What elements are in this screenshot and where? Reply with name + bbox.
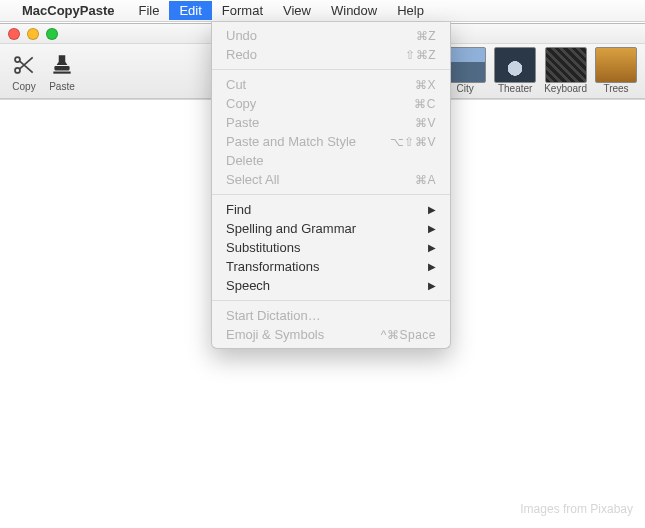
menu-item-label: Undo	[226, 28, 257, 43]
menu-item-label: Cut	[226, 77, 246, 92]
menu-item-label: Spelling and Grammar	[226, 221, 356, 236]
menu-item-label: Delete	[226, 153, 264, 168]
paste-button[interactable]: Paste	[48, 51, 76, 92]
menu-item-select-all: Select All⌘A	[212, 170, 450, 189]
stamp-icon	[48, 51, 76, 79]
toolbar-label: Paste	[49, 81, 75, 92]
menu-item-label: Copy	[226, 96, 256, 111]
menu-item-label: Select All	[226, 172, 279, 187]
menu-item-undo: Undo⌘Z	[212, 26, 450, 45]
close-icon[interactable]	[8, 28, 20, 40]
thumb-theater[interactable]: Theater	[494, 47, 536, 94]
menu-window[interactable]: Window	[321, 1, 387, 20]
menubar: MacCopyPaste FileEditFormatViewWindowHel…	[0, 0, 645, 22]
shortcut-label: ⌘A	[415, 173, 436, 187]
submenu-arrow-icon: ▶	[428, 204, 436, 215]
thumb-label: Keyboard	[544, 83, 587, 94]
svg-point-1	[15, 67, 20, 72]
menu-item-label: Speech	[226, 278, 270, 293]
thumbnail-strip: CityTheaterKeyboardTrees	[444, 47, 637, 94]
svg-point-0	[15, 57, 20, 62]
menu-item-cut: Cut⌘X	[212, 75, 450, 94]
menu-file[interactable]: File	[128, 1, 169, 20]
menu-item-spelling-and-grammar[interactable]: Spelling and Grammar▶	[212, 219, 450, 238]
thumb-label: Theater	[498, 83, 532, 94]
submenu-arrow-icon: ▶	[428, 261, 436, 272]
watermark: Images from Pixabay	[520, 502, 633, 516]
thumb-image	[494, 47, 536, 83]
menu-item-label: Transformations	[226, 259, 319, 274]
menu-item-label: Find	[226, 202, 251, 217]
menu-view[interactable]: View	[273, 1, 321, 20]
shortcut-label: ⌘Z	[416, 29, 436, 43]
thumb-keyboard[interactable]: Keyboard	[544, 47, 587, 94]
menu-format[interactable]: Format	[212, 1, 273, 20]
menu-item-start-dictation: Start Dictation…	[212, 306, 450, 325]
shortcut-label: ⌘X	[415, 78, 436, 92]
svg-rect-3	[53, 71, 70, 73]
shortcut-label: ⌘C	[414, 97, 436, 111]
scissors-icon	[10, 51, 38, 79]
edit-menu-dropdown: Undo⌘ZRedo⇧⌘ZCut⌘XCopy⌘CPaste⌘VPaste and…	[211, 22, 451, 349]
minimize-icon[interactable]	[27, 28, 39, 40]
thumb-image	[545, 47, 587, 83]
shortcut-label: ⇧⌘Z	[405, 48, 436, 62]
submenu-arrow-icon: ▶	[428, 280, 436, 291]
menu-item-label: Substitutions	[226, 240, 300, 255]
shortcut-label: ⌘V	[415, 116, 436, 130]
menu-item-find[interactable]: Find▶	[212, 200, 450, 219]
menu-item-emoji-symbols: Emoji & Symbols^⌘Space	[212, 325, 450, 344]
menu-item-label: Paste	[226, 115, 259, 130]
svg-rect-2	[54, 66, 69, 70]
thumb-image	[595, 47, 637, 83]
shortcut-label: ⌥⇧⌘V	[390, 135, 436, 149]
menu-help[interactable]: Help	[387, 1, 434, 20]
menu-item-speech[interactable]: Speech▶	[212, 276, 450, 295]
menu-item-label: Start Dictation…	[226, 308, 321, 323]
submenu-arrow-icon: ▶	[428, 242, 436, 253]
toolbar-label: Copy	[12, 81, 35, 92]
shortcut-label: ^⌘Space	[381, 328, 436, 342]
menu-item-paste-and-match-style: Paste and Match Style⌥⇧⌘V	[212, 132, 450, 151]
menu-item-substitutions[interactable]: Substitutions▶	[212, 238, 450, 257]
menu-separator	[212, 194, 450, 195]
menu-item-redo: Redo⇧⌘Z	[212, 45, 450, 64]
menu-item-label: Emoji & Symbols	[226, 327, 324, 342]
menu-separator	[212, 300, 450, 301]
zoom-icon[interactable]	[46, 28, 58, 40]
menu-item-label: Redo	[226, 47, 257, 62]
thumb-label: City	[457, 83, 474, 94]
thumb-trees[interactable]: Trees	[595, 47, 637, 94]
menu-item-copy: Copy⌘C	[212, 94, 450, 113]
thumb-label: Trees	[603, 83, 628, 94]
menu-item-label: Paste and Match Style	[226, 134, 356, 149]
menu-separator	[212, 69, 450, 70]
app-name[interactable]: MacCopyPaste	[22, 3, 114, 18]
menu-item-paste: Paste⌘V	[212, 113, 450, 132]
submenu-arrow-icon: ▶	[428, 223, 436, 234]
menu-item-transformations[interactable]: Transformations▶	[212, 257, 450, 276]
menu-item-delete: Delete	[212, 151, 450, 170]
copy-button[interactable]: Copy	[10, 51, 38, 92]
menu-edit[interactable]: Edit	[169, 1, 211, 20]
